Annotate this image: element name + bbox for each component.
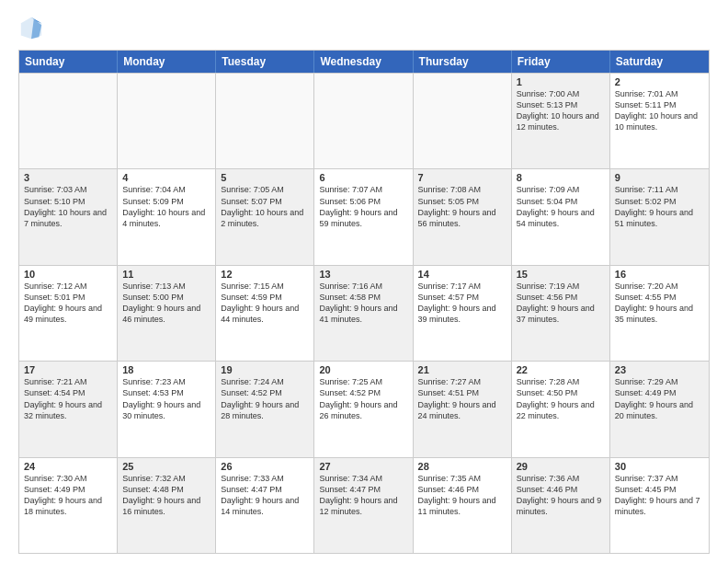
day-number: 15 <box>517 269 605 280</box>
calendar-cell: 5Sunrise: 7:05 AM Sunset: 5:07 PM Daylig… <box>216 169 314 264</box>
day-number: 21 <box>418 364 506 375</box>
calendar-cell: 17Sunrise: 7:21 AM Sunset: 4:54 PM Dayli… <box>19 362 118 456</box>
day-info: Sunrise: 7:28 AM Sunset: 4:50 PM Dayligh… <box>517 376 605 421</box>
day-number: 27 <box>319 461 407 472</box>
logo <box>18 15 48 40</box>
calendar-cell <box>19 74 118 168</box>
calendar-cell <box>314 74 413 168</box>
calendar-header-cell: Tuesday <box>216 51 314 73</box>
day-info: Sunrise: 7:32 AM Sunset: 4:48 PM Dayligh… <box>122 473 210 518</box>
day-number: 5 <box>221 172 309 183</box>
calendar-cell: 22Sunrise: 7:28 AM Sunset: 4:50 PM Dayli… <box>512 362 610 456</box>
day-number: 9 <box>615 172 704 183</box>
calendar-cell: 8Sunrise: 7:09 AM Sunset: 5:04 PM Daylig… <box>512 169 610 264</box>
day-number: 10 <box>24 269 112 280</box>
day-info: Sunrise: 7:24 AM Sunset: 4:52 PM Dayligh… <box>221 376 309 421</box>
calendar-cell: 30Sunrise: 7:37 AM Sunset: 4:45 PM Dayli… <box>610 458 709 553</box>
calendar-cell: 2Sunrise: 7:01 AM Sunset: 5:11 PM Daylig… <box>610 74 709 168</box>
calendar-cell: 13Sunrise: 7:16 AM Sunset: 4:58 PM Dayli… <box>314 266 413 361</box>
day-info: Sunrise: 7:17 AM Sunset: 4:57 PM Dayligh… <box>418 281 506 326</box>
day-number: 18 <box>122 364 210 375</box>
calendar-cell: 1Sunrise: 7:00 AM Sunset: 5:13 PM Daylig… <box>512 74 610 168</box>
calendar-header-cell: Wednesday <box>314 51 413 73</box>
calendar-cell: 20Sunrise: 7:25 AM Sunset: 4:52 PM Dayli… <box>314 362 413 456</box>
day-info: Sunrise: 7:23 AM Sunset: 4:53 PM Dayligh… <box>122 376 210 421</box>
day-number: 6 <box>319 172 407 183</box>
day-number: 28 <box>418 461 506 472</box>
day-number: 7 <box>418 172 506 183</box>
calendar-header-cell: Thursday <box>414 51 512 73</box>
day-info: Sunrise: 7:35 AM Sunset: 4:46 PM Dayligh… <box>418 473 506 518</box>
calendar-cell: 7Sunrise: 7:08 AM Sunset: 5:05 PM Daylig… <box>414 169 512 264</box>
calendar-row: 24Sunrise: 7:30 AM Sunset: 4:49 PM Dayli… <box>19 457 709 553</box>
day-number: 8 <box>517 172 605 183</box>
day-number: 20 <box>319 364 407 375</box>
day-info: Sunrise: 7:01 AM Sunset: 5:11 PM Dayligh… <box>615 88 704 133</box>
day-number: 4 <box>122 172 210 183</box>
calendar-row: 1Sunrise: 7:00 AM Sunset: 5:13 PM Daylig… <box>19 73 709 168</box>
calendar-header-cell: Monday <box>118 51 216 73</box>
calendar-cell: 28Sunrise: 7:35 AM Sunset: 4:46 PM Dayli… <box>414 458 512 553</box>
calendar-row: 17Sunrise: 7:21 AM Sunset: 4:54 PM Dayli… <box>19 361 709 456</box>
day-info: Sunrise: 7:16 AM Sunset: 4:58 PM Dayligh… <box>319 281 407 326</box>
day-info: Sunrise: 7:29 AM Sunset: 4:49 PM Dayligh… <box>615 376 704 421</box>
day-info: Sunrise: 7:04 AM Sunset: 5:09 PM Dayligh… <box>122 184 210 229</box>
header <box>18 15 710 40</box>
calendar-header: SundayMondayTuesdayWednesdayThursdayFrid… <box>19 51 709 73</box>
page: SundayMondayTuesdayWednesdayThursdayFrid… <box>0 0 728 563</box>
day-info: Sunrise: 7:25 AM Sunset: 4:52 PM Dayligh… <box>319 376 407 421</box>
calendar-cell: 11Sunrise: 7:13 AM Sunset: 5:00 PM Dayli… <box>118 266 216 361</box>
calendar-cell: 4Sunrise: 7:04 AM Sunset: 5:09 PM Daylig… <box>118 169 216 264</box>
calendar-cell: 27Sunrise: 7:34 AM Sunset: 4:47 PM Dayli… <box>314 458 413 553</box>
day-number: 14 <box>418 269 506 280</box>
day-number: 11 <box>122 269 210 280</box>
day-info: Sunrise: 7:11 AM Sunset: 5:02 PM Dayligh… <box>615 184 704 229</box>
day-info: Sunrise: 7:07 AM Sunset: 5:06 PM Dayligh… <box>319 184 407 229</box>
calendar-cell: 10Sunrise: 7:12 AM Sunset: 5:01 PM Dayli… <box>19 266 118 361</box>
calendar-header-cell: Sunday <box>19 51 118 73</box>
day-number: 3 <box>24 172 112 183</box>
day-info: Sunrise: 7:33 AM Sunset: 4:47 PM Dayligh… <box>221 473 309 518</box>
day-info: Sunrise: 7:34 AM Sunset: 4:47 PM Dayligh… <box>319 473 407 518</box>
calendar-header-cell: Friday <box>512 51 610 73</box>
day-number: 24 <box>24 461 112 472</box>
day-info: Sunrise: 7:20 AM Sunset: 4:55 PM Dayligh… <box>615 281 704 326</box>
calendar-cell: 25Sunrise: 7:32 AM Sunset: 4:48 PM Dayli… <box>118 458 216 553</box>
calendar: SundayMondayTuesdayWednesdayThursdayFrid… <box>18 50 710 554</box>
day-info: Sunrise: 7:37 AM Sunset: 4:45 PM Dayligh… <box>615 473 704 518</box>
calendar-cell: 29Sunrise: 7:36 AM Sunset: 4:46 PM Dayli… <box>512 458 610 553</box>
calendar-body: 1Sunrise: 7:00 AM Sunset: 5:13 PM Daylig… <box>19 73 709 553</box>
calendar-cell: 9Sunrise: 7:11 AM Sunset: 5:02 PM Daylig… <box>610 169 709 264</box>
day-info: Sunrise: 7:19 AM Sunset: 4:56 PM Dayligh… <box>517 281 605 326</box>
calendar-cell: 26Sunrise: 7:33 AM Sunset: 4:47 PM Dayli… <box>216 458 314 553</box>
day-number: 25 <box>122 461 210 472</box>
calendar-cell: 16Sunrise: 7:20 AM Sunset: 4:55 PM Dayli… <box>610 266 709 361</box>
calendar-cell: 14Sunrise: 7:17 AM Sunset: 4:57 PM Dayli… <box>414 266 512 361</box>
day-info: Sunrise: 7:21 AM Sunset: 4:54 PM Dayligh… <box>24 376 112 421</box>
day-info: Sunrise: 7:12 AM Sunset: 5:01 PM Dayligh… <box>24 281 112 326</box>
day-number: 17 <box>24 364 112 375</box>
calendar-header-cell: Saturday <box>610 51 709 73</box>
day-info: Sunrise: 7:05 AM Sunset: 5:07 PM Dayligh… <box>221 184 309 229</box>
day-number: 13 <box>319 269 407 280</box>
day-info: Sunrise: 7:30 AM Sunset: 4:49 PM Dayligh… <box>24 473 112 518</box>
day-number: 2 <box>615 76 704 87</box>
day-number: 1 <box>517 76 605 87</box>
day-number: 23 <box>615 364 704 375</box>
calendar-row: 10Sunrise: 7:12 AM Sunset: 5:01 PM Dayli… <box>19 265 709 361</box>
day-number: 29 <box>517 461 605 472</box>
day-number: 12 <box>221 269 309 280</box>
calendar-cell: 12Sunrise: 7:15 AM Sunset: 4:59 PM Dayli… <box>216 266 314 361</box>
day-info: Sunrise: 7:00 AM Sunset: 5:13 PM Dayligh… <box>517 88 605 133</box>
logo-icon <box>18 15 44 40</box>
calendar-cell <box>414 74 512 168</box>
calendar-cell: 3Sunrise: 7:03 AM Sunset: 5:10 PM Daylig… <box>19 169 118 264</box>
day-number: 16 <box>615 269 704 280</box>
calendar-cell: 18Sunrise: 7:23 AM Sunset: 4:53 PM Dayli… <box>118 362 216 456</box>
day-info: Sunrise: 7:15 AM Sunset: 4:59 PM Dayligh… <box>221 281 309 326</box>
day-number: 26 <box>221 461 309 472</box>
day-number: 19 <box>221 364 309 375</box>
calendar-cell: 6Sunrise: 7:07 AM Sunset: 5:06 PM Daylig… <box>314 169 413 264</box>
day-info: Sunrise: 7:09 AM Sunset: 5:04 PM Dayligh… <box>517 184 605 229</box>
day-number: 22 <box>517 364 605 375</box>
